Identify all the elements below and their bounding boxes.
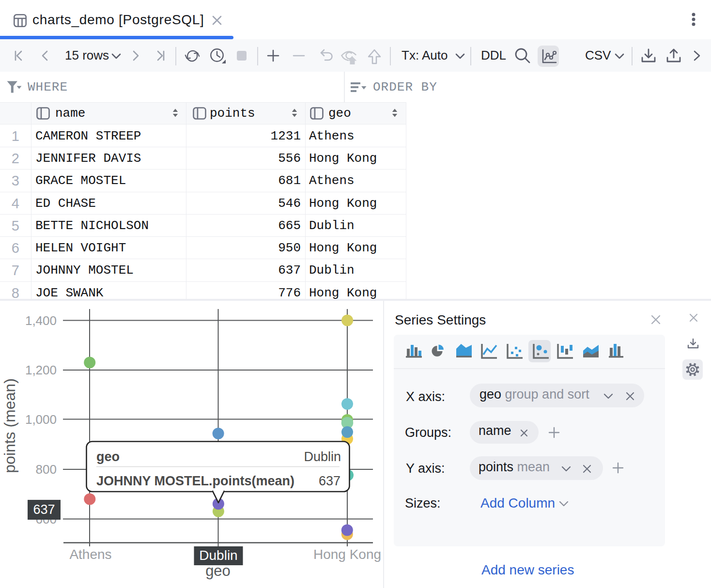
svg-text:1,200: 1,200 bbox=[25, 363, 57, 377]
svg-text:1,400: 1,400 bbox=[25, 313, 57, 328]
svg-text:Athens: Athens bbox=[69, 547, 111, 562]
svg-text:JOHNNY MOSTEL.points(mean): JOHNNY MOSTEL.points(mean) bbox=[96, 474, 294, 488]
svg-text:Dublin: Dublin bbox=[304, 449, 341, 464]
svg-text:geo: geo bbox=[96, 449, 120, 464]
svg-text:points (mean): points (mean) bbox=[1, 378, 18, 473]
svg-text:Hong Kong: Hong Kong bbox=[313, 547, 381, 562]
svg-text:637: 637 bbox=[33, 502, 55, 517]
svg-text:800: 800 bbox=[36, 462, 57, 477]
svg-text:Dublin: Dublin bbox=[199, 548, 237, 563]
svg-text:637: 637 bbox=[319, 474, 340, 488]
svg-text:1,000: 1,000 bbox=[25, 412, 57, 427]
